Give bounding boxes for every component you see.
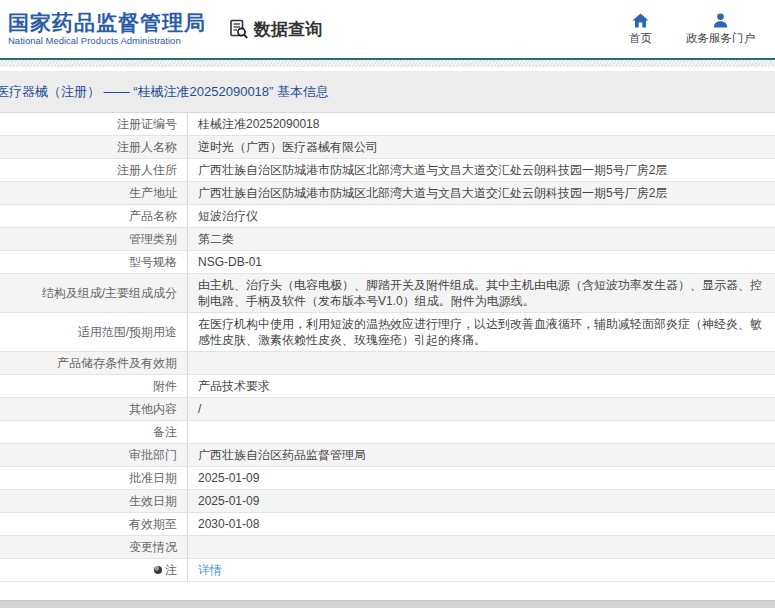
row-value: 在医疗机构中使用，利用短波的温热效应进行理疗，以达到改善血液循环，辅助减轻面部炎…: [188, 313, 775, 351]
row-label: 备注: [0, 421, 188, 443]
row-label: 审批部门: [0, 444, 188, 466]
table-row: 生效日期2025-01-09: [0, 490, 775, 513]
table-row: 批准日期2025-01-09: [0, 467, 775, 490]
title-bar: 医疗器械（注册） —— “桂械注准20252090018” 基本信息: [0, 71, 775, 113]
row-label: 管理类别: [0, 228, 188, 250]
row-value: [188, 536, 775, 558]
row-value: 逆时光（广西）医疗器械有限公司: [188, 136, 775, 158]
nav-item-portal[interactable]: 政务服务门户: [686, 13, 755, 46]
data-query-icon: [228, 18, 250, 40]
table-row: 注详情: [0, 559, 775, 582]
row-label: 批准日期: [0, 467, 188, 489]
site-header: 国家药品监督管理局 National Medical Products Admi…: [0, 0, 775, 58]
row-value: NSG-DB-01: [188, 251, 775, 273]
page: 国家药品监督管理局 National Medical Products Admi…: [0, 0, 775, 608]
row-label: 有效期至: [0, 513, 188, 535]
row-value: 广西壮族自治区防城港市防城区北部湾大道与文昌大道交汇处云朗科技园一期5号厂房2层: [188, 182, 775, 204]
footer-strip: [0, 600, 775, 608]
row-label: 适用范围/预期用途: [0, 313, 188, 351]
table-row: 产品储存条件及有效期: [0, 352, 775, 375]
row-label: 注册人住所: [0, 159, 188, 181]
data-query-label: 数据查询: [254, 18, 322, 41]
table-row: 附件产品技术要求: [0, 375, 775, 398]
row-value: 短波治疗仪: [188, 205, 775, 227]
row-value: 广西壮族自治区防城港市防城区北部湾大道与文昌大道交汇处云朗科技园一期5号厂房2层: [188, 159, 775, 181]
row-label: 其他内容: [0, 398, 188, 420]
data-query-section[interactable]: 数据查询: [228, 18, 322, 41]
user-icon: [713, 13, 728, 28]
table-row: 生产地址广西壮族自治区防城港市防城区北部湾大道与文昌大道交汇处云朗科技园一期5号…: [0, 182, 775, 205]
nav-item-home[interactable]: 首页: [629, 13, 652, 46]
row-value: [188, 352, 775, 374]
table-row: 审批部门广西壮族自治区药品监督管理局: [0, 444, 775, 467]
row-label: 生效日期: [0, 490, 188, 512]
row-label: 注册人名称: [0, 136, 188, 158]
row-value: 2025-01-09: [188, 490, 775, 512]
nav-item-label: 首页: [629, 31, 652, 46]
row-value: 桂械注准20252090018: [188, 113, 775, 135]
home-icon: [632, 13, 649, 28]
row-value: 2030-01-08: [188, 513, 775, 535]
table-row: 管理类别第二类: [0, 228, 775, 251]
row-label: 变更情况: [0, 536, 188, 558]
logo-title: 国家药品监督管理局: [8, 11, 206, 35]
table-row: 有效期至2030-01-08: [0, 513, 775, 536]
row-value: 广西壮族自治区药品监督管理局: [188, 444, 775, 466]
row-value: 详情: [188, 559, 775, 581]
detail-link[interactable]: 详情: [198, 563, 222, 577]
table-row: 适用范围/预期用途在医疗机构中使用，利用短波的温热效应进行理疗，以达到改善血液循…: [0, 313, 775, 352]
row-value: /: [188, 398, 775, 420]
page-title: 医疗器械（注册） —— “桂械注准20252090018” 基本信息: [0, 83, 329, 101]
row-value: 第二类: [188, 228, 775, 250]
row-label: 附件: [0, 375, 188, 397]
detail-table: 注册证编号桂械注准20252090018注册人名称逆时光（广西）医疗器械有限公司…: [0, 113, 775, 600]
row-label: 产品名称: [0, 205, 188, 227]
table-row: 备注: [0, 421, 775, 444]
note-icon: [154, 566, 162, 574]
nmpa-logo[interactable]: 国家药品监督管理局 National Medical Products Admi…: [8, 11, 206, 47]
row-label: 注册证编号: [0, 113, 188, 135]
row-value: 产品技术要求: [188, 375, 775, 397]
header-nav: 首页 政务服务门户: [629, 13, 755, 46]
row-label: 结构及组成/主要组成成分: [0, 274, 188, 312]
table-row: 产品名称短波治疗仪: [0, 205, 775, 228]
row-value: 2025-01-09: [188, 467, 775, 489]
striped-band: [0, 60, 775, 67]
table-row: 注册人名称逆时光（广西）医疗器械有限公司: [0, 136, 775, 159]
row-value: [188, 421, 775, 443]
row-label: 产品储存条件及有效期: [0, 352, 188, 374]
table-row: 其他内容/: [0, 398, 775, 421]
row-value: 由主机、治疗头（电容电极）、脚踏开关及附件组成。其中主机由电源（含短波功率发生器…: [188, 274, 775, 312]
table-row: 型号规格NSG-DB-01: [0, 251, 775, 274]
row-label: 注: [0, 559, 188, 581]
logo-subtitle: National Medical Products Administration: [8, 35, 206, 47]
nav-item-label: 政务服务门户: [686, 31, 755, 46]
row-label: 生产地址: [0, 182, 188, 204]
row-label: 型号规格: [0, 251, 188, 273]
table-row: 结构及组成/主要组成成分由主机、治疗头（电容电极）、脚踏开关及附件组成。其中主机…: [0, 274, 775, 313]
table-row: 注册证编号桂械注准20252090018: [0, 113, 775, 136]
table-row: 变更情况: [0, 536, 775, 559]
table-row: 注册人住所广西壮族自治区防城港市防城区北部湾大道与文昌大道交汇处云朗科技园一期5…: [0, 159, 775, 182]
